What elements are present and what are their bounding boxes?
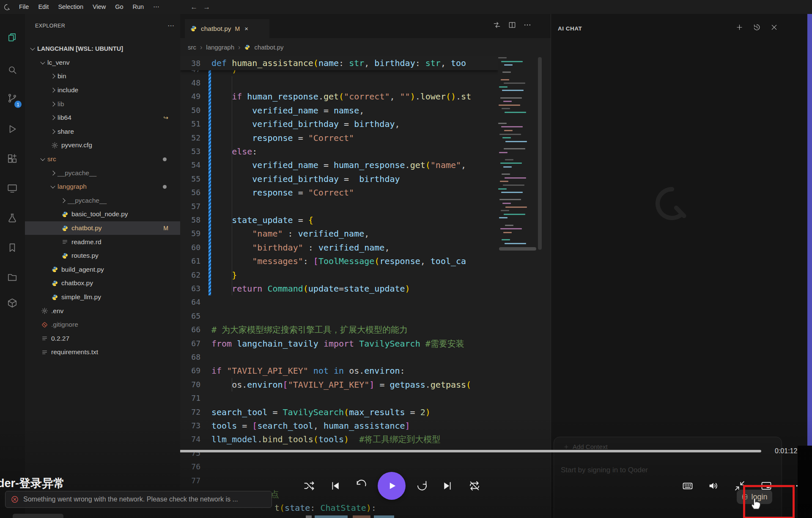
- code-line: 58 state_update = {: [180, 213, 498, 227]
- minimap-line: [499, 86, 508, 88]
- player-overlay-title: der-登录异常: [0, 476, 65, 491]
- tree-folder--pycache-[interactable]: __pycache__: [25, 166, 180, 180]
- fwd-cw-button[interactable]: [414, 478, 430, 493]
- minimap-scroll-thumb[interactable]: [499, 247, 536, 251]
- activity-search-icon[interactable]: [4, 61, 21, 78]
- skip-prev-button[interactable]: [327, 478, 343, 493]
- activity-explorer-icon[interactable]: [4, 29, 21, 46]
- tree-file-build-agent-py[interactable]: build_agent.py: [25, 263, 180, 277]
- line-number: 67: [180, 337, 200, 350]
- activity-remote-explorer-icon[interactable]: [4, 180, 21, 197]
- activity-source-control-icon[interactable]: 1: [4, 90, 21, 107]
- editor-scrollbar[interactable]: [538, 57, 542, 250]
- play-button[interactable]: [378, 472, 406, 500]
- page-scrollbar[interactable]: [807, 14, 812, 446]
- activity-run-debug-icon[interactable]: [4, 121, 21, 138]
- tab-chatbot-py[interactable]: chatbot.py M ×: [185, 19, 269, 38]
- code-line: 56 response = "Correct": [180, 186, 498, 199]
- tree-folder-lib64[interactable]: lib64↪: [25, 111, 180, 125]
- breadcrumb-separator: ›: [200, 44, 202, 51]
- activity-bookmarks-icon[interactable]: [4, 239, 21, 256]
- tree-folder-src[interactable]: src: [25, 152, 180, 166]
- tree-folder-lc-venv[interactable]: lc_venv: [25, 56, 180, 70]
- line-number: 57: [180, 200, 200, 213]
- breadcrumb-item[interactable]: langgraph: [206, 44, 234, 51]
- code-line: 68: [180, 350, 498, 364]
- tree-file-chatbox-py[interactable]: chatbox.py: [25, 276, 180, 290]
- volume-button[interactable]: [706, 478, 721, 493]
- python-file-icon: [190, 25, 197, 32]
- code-line: 49 if human_response.get("correct", "").…: [180, 90, 498, 103]
- menu-view[interactable]: View: [88, 0, 110, 14]
- minimap-line: [502, 137, 511, 138]
- python-file-icon: [61, 211, 69, 218]
- tree-file-readme-rd[interactable]: readme.rd: [25, 235, 180, 249]
- editor-action-split-icon[interactable]: [508, 21, 516, 29]
- breadcrumb-item[interactable]: chatbot.py: [254, 44, 283, 51]
- nav-back-icon[interactable]: ←: [188, 0, 200, 14]
- replay-ccw-button[interactable]: [354, 478, 369, 493]
- tree-item-label: pyvenv.cfg: [61, 141, 92, 149]
- python-file-icon: [61, 252, 69, 259]
- code-editor[interactable]: 47 )4849 if human_response.get("correct"…: [180, 56, 498, 518]
- chat-close-icon[interactable]: [770, 23, 778, 31]
- no-repeat-button[interactable]: [467, 478, 482, 493]
- chevron-right-icon: [50, 129, 55, 134]
- line-number: 38: [180, 56, 200, 70]
- tab-close-icon[interactable]: ×: [244, 25, 248, 32]
- keyboard-button[interactable]: [680, 478, 695, 493]
- chat-history-icon[interactable]: [753, 23, 761, 31]
- tree-file-routes-py[interactable]: routes.py: [25, 249, 180, 263]
- menu-run[interactable]: Run: [128, 0, 149, 14]
- add-context-button[interactable]: Add Context: [563, 443, 608, 450]
- tree-item-label: share: [58, 128, 74, 135]
- explorer-more-icon[interactable]: ⋯: [167, 22, 174, 30]
- line-number: 73: [180, 419, 200, 433]
- tree-folder-langgraph[interactable]: langgraph: [25, 180, 180, 194]
- tree-folder-langchain-wsl-ubuntu-[interactable]: LANGCHAIN [WSL: UBUNTU]: [25, 42, 180, 56]
- tree-file-simple-llm-py[interactable]: simple_llm.py: [25, 290, 180, 304]
- minimap-line: [504, 64, 513, 66]
- shuffle-button[interactable]: [302, 478, 317, 493]
- minimap-line: [502, 90, 524, 91]
- menu-[interactable]: ⋯: [148, 0, 164, 14]
- chat-plus-icon[interactable]: [735, 23, 743, 31]
- menu-go[interactable]: Go: [110, 0, 128, 14]
- nav-forward-icon[interactable]: →: [200, 0, 213, 14]
- tree-folder-lib[interactable]: lib: [25, 97, 180, 111]
- activity-project-manager-icon[interactable]: [4, 269, 21, 286]
- line-number: 69: [180, 364, 200, 377]
- minimap-line: [502, 239, 510, 240]
- editor-action-compare-icon[interactable]: [493, 21, 501, 29]
- menu-edit[interactable]: Edit: [33, 0, 53, 14]
- tree-folder-bin[interactable]: bin: [25, 69, 180, 83]
- tree-folder--pycache-[interactable]: __pycache__: [25, 194, 180, 208]
- tree-folder-share[interactable]: share: [25, 125, 180, 139]
- breadcrumb-item[interactable]: src: [188, 44, 196, 51]
- tree-file-requirements-txt[interactable]: requirements.txt: [25, 345, 180, 359]
- tree-file-chatbot-py[interactable]: chatbot.pyM: [25, 221, 180, 235]
- activity-containers-icon[interactable]: [4, 295, 21, 311]
- activity-extensions-icon[interactable]: [4, 150, 21, 167]
- activity-testing-icon[interactable]: [4, 209, 21, 226]
- minimap-line: [502, 174, 510, 175]
- line-number: 62: [180, 268, 200, 282]
- menu-file[interactable]: File: [14, 0, 33, 14]
- tree-folder-include[interactable]: include: [25, 83, 180, 97]
- hand-cursor-icon: [748, 494, 764, 510]
- minimap[interactable]: [498, 57, 538, 252]
- line-number: 77: [180, 474, 200, 488]
- skip-next-button[interactable]: [440, 478, 455, 493]
- menu-selection[interactable]: Selection: [53, 0, 88, 14]
- tree-file--env[interactable]: .env: [25, 304, 180, 318]
- tree-file-0-2-27[interactable]: 0.2.27: [25, 332, 180, 346]
- tree-file--gitignore[interactable]: .gitignore: [25, 318, 180, 332]
- line-number: 65: [180, 309, 200, 323]
- tree-item-label: readme.rd: [71, 238, 102, 246]
- code-line: 53 else:: [180, 145, 498, 158]
- partial-code-line: [374, 515, 394, 518]
- minimap-line: [502, 108, 510, 109]
- tree-file-pyvenv-cfg[interactable]: pyvenv.cfg: [25, 138, 180, 152]
- tree-file-basic-tool-node-py[interactable]: basic_tool_node.py: [25, 207, 180, 221]
- editor-action-kebab-h-icon[interactable]: [523, 21, 532, 29]
